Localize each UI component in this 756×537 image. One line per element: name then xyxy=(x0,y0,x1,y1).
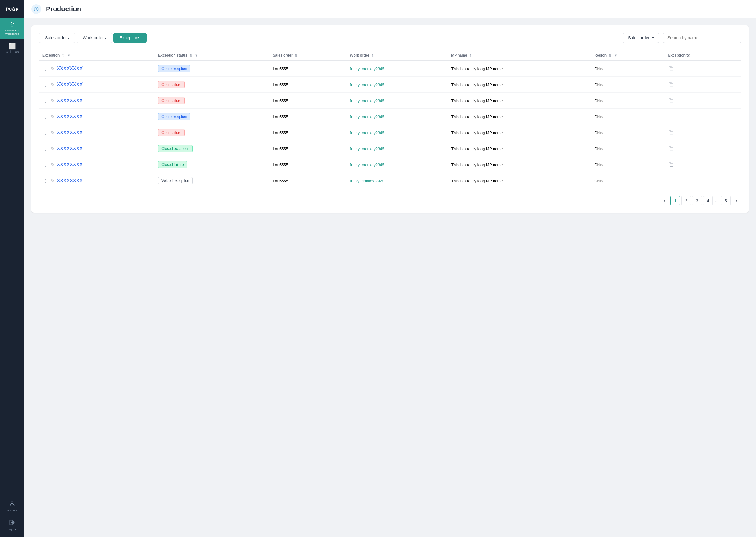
sidebar-item-admin-tools[interactable]: ⬜ Admin Tools xyxy=(0,39,24,57)
svg-rect-9 xyxy=(670,164,673,167)
search-input[interactable] xyxy=(663,33,741,43)
work-order-link[interactable]: funny_monkey2345 xyxy=(350,114,384,119)
tabs-row: Sales orders Work orders Exceptions Sale… xyxy=(39,33,741,43)
tab-work-orders[interactable]: Work orders xyxy=(76,33,112,43)
svg-point-0 xyxy=(11,502,13,504)
row-menu-icon[interactable]: ⋮ xyxy=(42,65,48,72)
col-region: Region ⇅ ▼ xyxy=(591,50,664,61)
row-menu-icon[interactable]: ⋮ xyxy=(42,145,48,152)
operations-workbench-icon: ⏱ xyxy=(9,22,15,28)
work-order-link[interactable]: funny_monkey2345 xyxy=(350,163,384,167)
sidebar-nav: ⏱ Operations Workbench ⬜ Admin Tools xyxy=(0,18,24,497)
tab-sales-orders[interactable]: Sales orders xyxy=(39,33,75,43)
row-edit-icon[interactable]: ✎ xyxy=(50,145,55,152)
pagination-dots: ··· xyxy=(714,198,720,203)
pagination-page-4[interactable]: 4 xyxy=(703,196,713,205)
row-edit-icon[interactable]: ✎ xyxy=(50,98,55,103)
exception-link[interactable]: XXXXXXXX xyxy=(57,130,83,135)
exception-link[interactable]: XXXXXXXX xyxy=(57,114,83,119)
region-cell: China xyxy=(591,141,664,157)
sort-icon[interactable]: ⇅ xyxy=(469,54,472,57)
copy-icon[interactable] xyxy=(668,163,673,168)
col-exception: Exception ⇅ ▼ xyxy=(39,50,155,61)
table-row: ⋮ ✎ XXXXXXXX Closed failureLau5555funny_… xyxy=(39,157,741,173)
work-order-link[interactable]: funky_donkey2345 xyxy=(350,179,383,183)
sort-icon[interactable]: ⇅ xyxy=(371,54,374,57)
row-menu-icon[interactable]: ⋮ xyxy=(42,113,48,120)
pagination-page-2[interactable]: 2 xyxy=(681,196,691,205)
sidebar-item-logout[interactable]: Log out xyxy=(0,516,24,535)
work-order-link[interactable]: funny_monkey2345 xyxy=(350,82,384,87)
sales-order-dropdown[interactable]: Sales order ▾ xyxy=(623,33,659,43)
row-menu-icon[interactable]: ⋮ xyxy=(42,129,48,136)
sort-icon[interactable]: ⇅ xyxy=(62,54,65,57)
sidebar-item-operations-workbench[interactable]: ⏱ Operations Workbench xyxy=(0,18,24,39)
mp-name-cell: This is a really long MP name xyxy=(448,125,591,141)
region-cell: China xyxy=(591,93,664,109)
row-menu-icon[interactable]: ⋮ xyxy=(42,81,48,88)
sidebar-item-account[interactable]: Account xyxy=(0,497,24,516)
logout-icon xyxy=(9,519,15,526)
logout-label: Log out xyxy=(8,528,17,531)
work-order-link[interactable]: funny_monkey2345 xyxy=(350,99,384,103)
row-menu-icon[interactable]: ⋮ xyxy=(42,177,48,184)
sidebar-item-label: Admin Tools xyxy=(5,50,20,54)
controls-group: Sales order ▾ xyxy=(623,33,741,43)
sort-icon[interactable]: ⇅ xyxy=(609,54,611,57)
copy-icon[interactable] xyxy=(668,99,673,103)
copy-icon[interactable] xyxy=(668,131,673,136)
pagination-row: ‹ 1 2 3 4 ··· 5 › xyxy=(39,196,741,205)
status-badge: Open failure xyxy=(158,129,185,136)
exception-link[interactable]: XXXXXXXX xyxy=(57,98,83,103)
work-order-link[interactable]: funny_monkey2345 xyxy=(350,66,384,71)
row-edit-icon[interactable]: ✎ xyxy=(50,114,55,120)
page-title: Production xyxy=(46,5,81,13)
sales-order-cell: Lau5555 xyxy=(269,141,346,157)
pagination-page-3[interactable]: 3 xyxy=(692,196,702,205)
exception-link[interactable]: XXXXXXXX xyxy=(57,146,83,151)
sidebar-item-label: Operations Workbench xyxy=(2,29,22,36)
region-cell: China xyxy=(591,109,664,125)
filter-icon[interactable]: ▼ xyxy=(67,54,70,57)
filter-icon[interactable]: ▼ xyxy=(195,54,198,57)
row-menu-icon[interactable]: ⋮ xyxy=(42,97,48,104)
exception-link[interactable]: XXXXXXXX xyxy=(57,178,83,184)
sort-icon[interactable]: ⇅ xyxy=(295,54,297,57)
work-order-link[interactable]: funny_monkey2345 xyxy=(350,146,384,151)
region-cell: China xyxy=(591,157,664,173)
logo[interactable]: fictiv xyxy=(0,0,24,18)
pagination-prev[interactable]: ‹ xyxy=(659,196,669,205)
row-edit-icon[interactable]: ✎ xyxy=(50,130,55,136)
sort-icon[interactable]: ⇅ xyxy=(190,54,192,57)
exception-link[interactable]: XXXXXXXX xyxy=(57,82,83,87)
chevron-down-icon: ▾ xyxy=(652,35,654,40)
table-row: ⋮ ✎ XXXXXXXX Open failureLau5555funny_mo… xyxy=(39,77,741,93)
work-order-link[interactable]: funny_monkey2345 xyxy=(350,131,384,135)
row-menu-icon[interactable]: ⋮ xyxy=(42,161,48,168)
table-row: ⋮ ✎ XXXXXXXX Open exceptionLau5555funny_… xyxy=(39,109,741,125)
tab-exceptions[interactable]: Exceptions xyxy=(113,33,147,43)
pagination-page-1[interactable]: 1 xyxy=(670,196,680,205)
top-header: Production xyxy=(24,0,756,18)
copy-icon[interactable] xyxy=(668,82,673,88)
pagination-page-5[interactable]: 5 xyxy=(721,196,731,205)
filter-icon[interactable]: ▼ xyxy=(614,54,617,57)
pagination-next[interactable]: › xyxy=(732,196,741,205)
svg-rect-8 xyxy=(670,148,673,150)
status-badge: Open exception xyxy=(158,65,190,72)
mp-name-cell: This is a really long MP name xyxy=(448,173,591,189)
copy-icon[interactable] xyxy=(668,146,673,152)
exception-link[interactable]: XXXXXXXX xyxy=(57,162,83,167)
mp-name-cell: This is a really long MP name xyxy=(448,93,591,109)
region-cell: China xyxy=(591,125,664,141)
row-edit-icon[interactable]: ✎ xyxy=(50,82,55,88)
table-row: ⋮ ✎ XXXXXXXX Closed exceptionLau5555funn… xyxy=(39,141,741,157)
col-exception-type: Exception ty... xyxy=(665,50,741,61)
mp-name-cell: This is a really long MP name xyxy=(448,61,591,77)
row-edit-icon[interactable]: ✎ xyxy=(50,178,55,184)
row-edit-icon[interactable]: ✎ xyxy=(50,65,55,72)
exception-link[interactable]: XXXXXXXX xyxy=(57,66,83,71)
row-edit-icon[interactable]: ✎ xyxy=(50,162,55,168)
status-badge: Voided exception xyxy=(158,177,192,184)
copy-icon[interactable] xyxy=(668,66,673,72)
